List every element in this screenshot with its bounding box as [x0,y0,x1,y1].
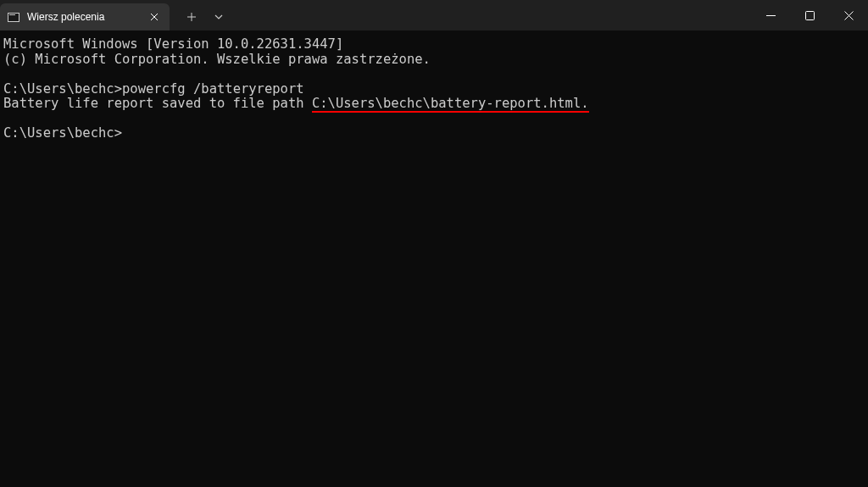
tab-actions [170,3,232,30]
new-tab-button[interactable] [178,3,205,30]
prompt: C:\Users\bechc> [3,81,122,97]
close-button[interactable] [829,0,868,30]
cmd-icon [7,10,20,24]
output-path: C:\Users\bechc\battery-report.html. [312,96,589,111]
window-controls [751,0,868,30]
output-text: Battery life report saved to file path [3,96,312,111]
command: powercfg /batteryreport [122,81,304,97]
tab-cmd[interactable]: Wiersz polecenia [0,3,170,30]
tab-title: Wiersz polecenia [27,11,141,23]
titlebar: Wiersz polecenia [0,0,868,30]
tab-dropdown-button[interactable] [205,3,232,30]
maximize-button[interactable] [790,0,829,30]
terminal-content[interactable]: Microsoft Windows [Version 10.0.22631.34… [0,30,868,148]
terminal-line: Microsoft Windows [Version 10.0.22631.34… [3,36,343,52]
tabs-area: Wiersz polecenia [0,0,232,30]
tab-close-button[interactable] [147,10,161,24]
svg-rect-5 [805,11,814,19]
prompt: C:\Users\bechc> [3,125,122,141]
minimize-button[interactable] [751,0,790,30]
terminal-line: (c) Microsoft Corporation. Wszelkie praw… [3,52,431,67]
